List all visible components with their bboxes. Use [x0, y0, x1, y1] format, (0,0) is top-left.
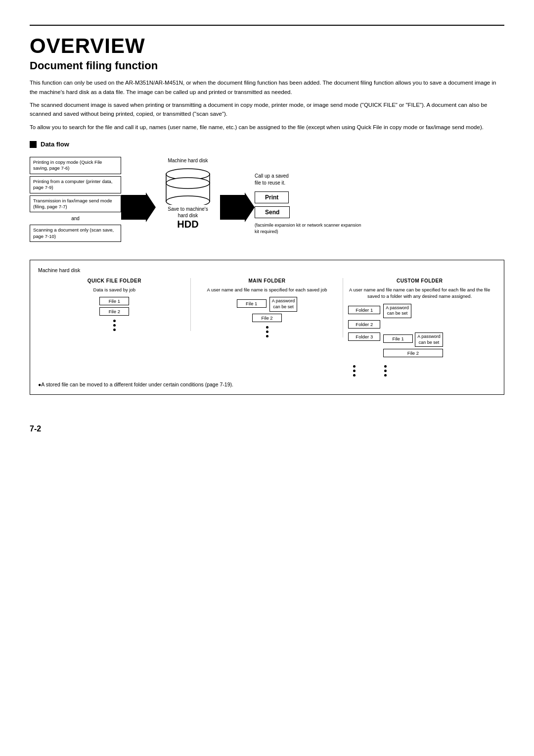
folder-columns: QUICK FILE FOLDER Data is saved by job F… — [38, 278, 496, 377]
folder3-files: File 1 A passwordcan be set File 2 — [383, 332, 443, 359]
custom-folder-title: CUSTOM FOLDER — [397, 278, 443, 284]
main-folder-desc: A user name and file name is specified f… — [207, 286, 327, 293]
arrow-from-hdd — [220, 153, 255, 222]
folder3-password: A passwordcan be set — [415, 332, 443, 347]
dataflow-diagram: Printing in copy mode (Quick File saving… — [30, 153, 504, 257]
top-rule — [30, 25, 504, 26]
dataflow-and: and — [30, 216, 121, 221]
main-folder-dots — [266, 326, 268, 337]
hdd-center: Machine hard disk Save to machine'shard … — [156, 153, 220, 230]
save-to-label: Save to machine'shard disk — [168, 206, 208, 219]
page-title: OVERVIEW — [30, 35, 504, 57]
print-box: Print — [255, 191, 289, 203]
dataflow-left-list: Printing in copy mode (Quick File saving… — [30, 153, 121, 242]
section-marker-icon — [30, 141, 37, 148]
folder1-row: Folder 1 A passwordcan be set — [348, 304, 411, 318]
main-file-1-row: File 1 A passwordcan be set — [237, 297, 298, 311]
right-arrow-svg — [220, 192, 255, 222]
folder-section: Machine hard disk QUICK FILE FOLDER Data… — [30, 260, 504, 395]
data-flow-header: Data flow — [30, 141, 504, 148]
quick-file-2: File 2 — [99, 307, 129, 316]
custom-folder-layout: Folder 1 A passwordcan be set Folder 2 F… — [348, 304, 491, 377]
machine-hdd-label: Machine hard disk — [38, 267, 496, 273]
left-item-2: Printing from a computer (printer data, … — [30, 176, 121, 193]
folder-footer-note: ●A stored file can be moved to a differe… — [38, 381, 496, 387]
body-para-1: This function can only be used on the AR… — [30, 78, 504, 96]
svg-point-4 — [166, 178, 210, 189]
svg-marker-5 — [220, 192, 255, 222]
main-password-note: A passwordcan be set — [269, 297, 298, 311]
quick-file-desc: Data is saved by job — [93, 286, 136, 293]
folder3-file-2: File 2 — [383, 349, 443, 357]
custom-folder-3: Folder 3 — [348, 332, 380, 341]
left-item-3: Transmission in fax/image send mode (fil… — [30, 195, 121, 213]
custom-folder-1: Folder 1 — [348, 306, 380, 314]
right-actions: Call up a savedfile to reuse it. Print S… — [255, 153, 363, 235]
left-item-5: Scanning a document only (scan save, pag… — [30, 225, 121, 242]
call-up-label: Call up a savedfile to reuse it. — [255, 173, 363, 187]
hdd-cylinder — [166, 165, 210, 205]
folder3-row: Folder 3 File 1 A passwordcan be set Fil… — [348, 332, 443, 359]
body-para-2: The scanned document image is saved when… — [30, 100, 504, 119]
quick-file-dots — [113, 320, 116, 331]
body-para-3: To allow you to search for the file and … — [30, 123, 504, 132]
custom-folder-dots-row — [348, 363, 387, 377]
svg-marker-0 — [121, 192, 156, 222]
hdd-word: HDD — [177, 219, 198, 230]
send-box: Send — [255, 206, 290, 218]
custom-dots-1 — [353, 365, 356, 377]
send-note: (facsimile expansion kit or network scan… — [255, 222, 363, 235]
section-subtitle: Document filing function — [30, 59, 504, 72]
custom-dots-2 — [384, 365, 387, 377]
svg-point-2 — [166, 196, 210, 205]
page-number: 7-2 — [30, 425, 504, 433]
custom-folder-2: Folder 2 — [348, 320, 380, 329]
quick-file-1: File 1 — [99, 297, 129, 305]
arrow-to-hdd — [121, 153, 156, 222]
custom-folder-col: CUSTOM FOLDER A user name and file name … — [343, 278, 496, 377]
main-file-1: File 1 — [237, 299, 267, 308]
custom-folder-desc: A user name and file name can be specifi… — [348, 286, 491, 300]
main-folder-col: MAIN FOLDER A user name and file name is… — [191, 278, 344, 337]
folder3-file-1: File 1 — [383, 334, 413, 343]
hdd-label: Machine hard disk — [168, 158, 208, 163]
folder3-file1-row: File 1 A passwordcan be set — [383, 332, 443, 347]
quick-file-col: QUICK FILE FOLDER Data is saved by job F… — [38, 278, 191, 331]
folder3-group: Folder 3 — [348, 332, 380, 343]
left-arrow-svg — [121, 192, 156, 222]
action-boxes: Print Send (facsimile expansion kit or n… — [255, 191, 363, 235]
left-item-1: Printing in copy mode (Quick File saving… — [30, 157, 121, 174]
quick-file-title: QUICK FILE FOLDER — [88, 278, 141, 284]
main-folder-title: MAIN FOLDER — [249, 278, 286, 284]
folder1-password: A passwordcan be set — [383, 304, 411, 318]
main-file-2: File 2 — [252, 314, 282, 322]
